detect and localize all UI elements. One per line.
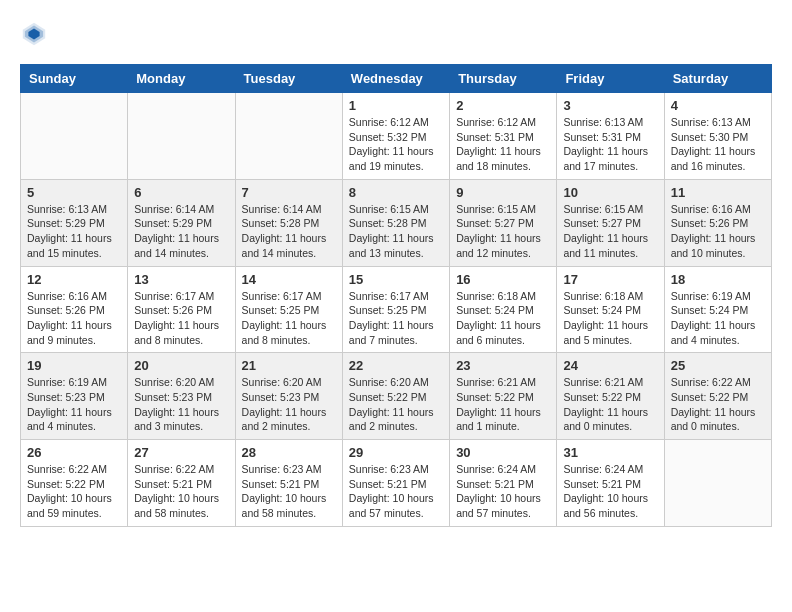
day-number: 20 [134, 358, 228, 373]
calendar-cell: 2Sunrise: 6:12 AM Sunset: 5:31 PM Daylig… [450, 93, 557, 180]
calendar-week-row: 12Sunrise: 6:16 AM Sunset: 5:26 PM Dayli… [21, 266, 772, 353]
header-sunday: Sunday [21, 65, 128, 93]
calendar-cell: 6Sunrise: 6:14 AM Sunset: 5:29 PM Daylig… [128, 179, 235, 266]
calendar-cell: 10Sunrise: 6:15 AM Sunset: 5:27 PM Dayli… [557, 179, 664, 266]
day-info: Sunrise: 6:20 AM Sunset: 5:23 PM Dayligh… [134, 375, 228, 434]
day-info: Sunrise: 6:14 AM Sunset: 5:28 PM Dayligh… [242, 202, 336, 261]
calendar-cell [21, 93, 128, 180]
day-number: 24 [563, 358, 657, 373]
day-info: Sunrise: 6:20 AM Sunset: 5:22 PM Dayligh… [349, 375, 443, 434]
day-number: 30 [456, 445, 550, 460]
day-info: Sunrise: 6:12 AM Sunset: 5:31 PM Dayligh… [456, 115, 550, 174]
calendar-week-row: 1Sunrise: 6:12 AM Sunset: 5:32 PM Daylig… [21, 93, 772, 180]
day-number: 23 [456, 358, 550, 373]
calendar-cell: 27Sunrise: 6:22 AM Sunset: 5:21 PM Dayli… [128, 440, 235, 527]
day-info: Sunrise: 6:21 AM Sunset: 5:22 PM Dayligh… [563, 375, 657, 434]
day-info: Sunrise: 6:21 AM Sunset: 5:22 PM Dayligh… [456, 375, 550, 434]
day-info: Sunrise: 6:18 AM Sunset: 5:24 PM Dayligh… [563, 289, 657, 348]
day-info: Sunrise: 6:24 AM Sunset: 5:21 PM Dayligh… [456, 462, 550, 521]
day-number: 15 [349, 272, 443, 287]
calendar-cell: 19Sunrise: 6:19 AM Sunset: 5:23 PM Dayli… [21, 353, 128, 440]
day-info: Sunrise: 6:16 AM Sunset: 5:26 PM Dayligh… [27, 289, 121, 348]
calendar-table: SundayMondayTuesdayWednesdayThursdayFrid… [20, 64, 772, 527]
day-info: Sunrise: 6:22 AM Sunset: 5:22 PM Dayligh… [27, 462, 121, 521]
day-number: 31 [563, 445, 657, 460]
calendar-week-row: 5Sunrise: 6:13 AM Sunset: 5:29 PM Daylig… [21, 179, 772, 266]
calendar-cell: 26Sunrise: 6:22 AM Sunset: 5:22 PM Dayli… [21, 440, 128, 527]
calendar-cell: 4Sunrise: 6:13 AM Sunset: 5:30 PM Daylig… [664, 93, 771, 180]
day-number: 26 [27, 445, 121, 460]
day-number: 9 [456, 185, 550, 200]
calendar-cell: 28Sunrise: 6:23 AM Sunset: 5:21 PM Dayli… [235, 440, 342, 527]
logo [20, 20, 52, 48]
day-number: 22 [349, 358, 443, 373]
page-header [20, 20, 772, 48]
day-info: Sunrise: 6:20 AM Sunset: 5:23 PM Dayligh… [242, 375, 336, 434]
day-number: 21 [242, 358, 336, 373]
logo-icon [20, 20, 48, 48]
header-friday: Friday [557, 65, 664, 93]
calendar-cell: 5Sunrise: 6:13 AM Sunset: 5:29 PM Daylig… [21, 179, 128, 266]
calendar-cell: 11Sunrise: 6:16 AM Sunset: 5:26 PM Dayli… [664, 179, 771, 266]
day-info: Sunrise: 6:22 AM Sunset: 5:21 PM Dayligh… [134, 462, 228, 521]
day-info: Sunrise: 6:13 AM Sunset: 5:29 PM Dayligh… [27, 202, 121, 261]
calendar-cell: 20Sunrise: 6:20 AM Sunset: 5:23 PM Dayli… [128, 353, 235, 440]
calendar-cell: 14Sunrise: 6:17 AM Sunset: 5:25 PM Dayli… [235, 266, 342, 353]
calendar-cell: 22Sunrise: 6:20 AM Sunset: 5:22 PM Dayli… [342, 353, 449, 440]
calendar-cell: 29Sunrise: 6:23 AM Sunset: 5:21 PM Dayli… [342, 440, 449, 527]
day-info: Sunrise: 6:17 AM Sunset: 5:25 PM Dayligh… [349, 289, 443, 348]
calendar-cell: 9Sunrise: 6:15 AM Sunset: 5:27 PM Daylig… [450, 179, 557, 266]
calendar-cell: 13Sunrise: 6:17 AM Sunset: 5:26 PM Dayli… [128, 266, 235, 353]
day-number: 27 [134, 445, 228, 460]
day-number: 10 [563, 185, 657, 200]
calendar-cell: 25Sunrise: 6:22 AM Sunset: 5:22 PM Dayli… [664, 353, 771, 440]
day-info: Sunrise: 6:13 AM Sunset: 5:30 PM Dayligh… [671, 115, 765, 174]
day-info: Sunrise: 6:22 AM Sunset: 5:22 PM Dayligh… [671, 375, 765, 434]
day-number: 2 [456, 98, 550, 113]
calendar-cell [235, 93, 342, 180]
day-info: Sunrise: 6:15 AM Sunset: 5:27 PM Dayligh… [563, 202, 657, 261]
calendar-cell: 8Sunrise: 6:15 AM Sunset: 5:28 PM Daylig… [342, 179, 449, 266]
day-number: 6 [134, 185, 228, 200]
calendar-cell: 23Sunrise: 6:21 AM Sunset: 5:22 PM Dayli… [450, 353, 557, 440]
day-number: 12 [27, 272, 121, 287]
day-number: 8 [349, 185, 443, 200]
header-wednesday: Wednesday [342, 65, 449, 93]
calendar-cell: 7Sunrise: 6:14 AM Sunset: 5:28 PM Daylig… [235, 179, 342, 266]
day-info: Sunrise: 6:13 AM Sunset: 5:31 PM Dayligh… [563, 115, 657, 174]
calendar-cell [128, 93, 235, 180]
day-info: Sunrise: 6:12 AM Sunset: 5:32 PM Dayligh… [349, 115, 443, 174]
calendar-cell [664, 440, 771, 527]
calendar-cell: 24Sunrise: 6:21 AM Sunset: 5:22 PM Dayli… [557, 353, 664, 440]
day-info: Sunrise: 6:16 AM Sunset: 5:26 PM Dayligh… [671, 202, 765, 261]
day-number: 28 [242, 445, 336, 460]
calendar-cell: 3Sunrise: 6:13 AM Sunset: 5:31 PM Daylig… [557, 93, 664, 180]
calendar-cell: 30Sunrise: 6:24 AM Sunset: 5:21 PM Dayli… [450, 440, 557, 527]
day-number: 18 [671, 272, 765, 287]
day-info: Sunrise: 6:15 AM Sunset: 5:28 PM Dayligh… [349, 202, 443, 261]
calendar-cell: 21Sunrise: 6:20 AM Sunset: 5:23 PM Dayli… [235, 353, 342, 440]
day-number: 5 [27, 185, 121, 200]
day-number: 25 [671, 358, 765, 373]
day-info: Sunrise: 6:14 AM Sunset: 5:29 PM Dayligh… [134, 202, 228, 261]
day-number: 29 [349, 445, 443, 460]
calendar-cell: 1Sunrise: 6:12 AM Sunset: 5:32 PM Daylig… [342, 93, 449, 180]
calendar-cell: 18Sunrise: 6:19 AM Sunset: 5:24 PM Dayli… [664, 266, 771, 353]
calendar-cell: 17Sunrise: 6:18 AM Sunset: 5:24 PM Dayli… [557, 266, 664, 353]
day-info: Sunrise: 6:17 AM Sunset: 5:26 PM Dayligh… [134, 289, 228, 348]
day-number: 14 [242, 272, 336, 287]
day-info: Sunrise: 6:17 AM Sunset: 5:25 PM Dayligh… [242, 289, 336, 348]
calendar-cell: 31Sunrise: 6:24 AM Sunset: 5:21 PM Dayli… [557, 440, 664, 527]
calendar-cell: 16Sunrise: 6:18 AM Sunset: 5:24 PM Dayli… [450, 266, 557, 353]
header-monday: Monday [128, 65, 235, 93]
day-number: 7 [242, 185, 336, 200]
day-number: 19 [27, 358, 121, 373]
calendar-week-row: 26Sunrise: 6:22 AM Sunset: 5:22 PM Dayli… [21, 440, 772, 527]
day-number: 13 [134, 272, 228, 287]
calendar-cell: 15Sunrise: 6:17 AM Sunset: 5:25 PM Dayli… [342, 266, 449, 353]
day-number: 3 [563, 98, 657, 113]
day-info: Sunrise: 6:19 AM Sunset: 5:23 PM Dayligh… [27, 375, 121, 434]
day-info: Sunrise: 6:23 AM Sunset: 5:21 PM Dayligh… [349, 462, 443, 521]
calendar-week-row: 19Sunrise: 6:19 AM Sunset: 5:23 PM Dayli… [21, 353, 772, 440]
day-number: 4 [671, 98, 765, 113]
